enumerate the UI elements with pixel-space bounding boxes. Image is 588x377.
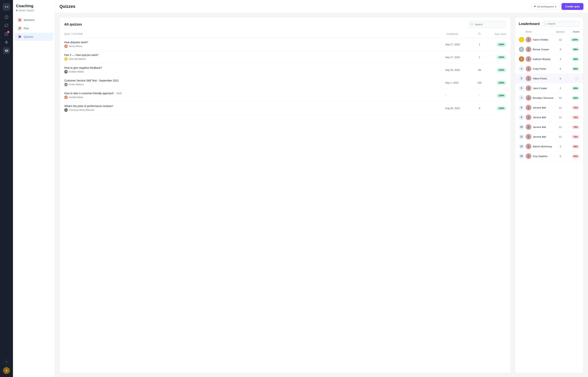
published-date: - — [445, 94, 472, 97]
quizzes-panel-header: All quizzes — [60, 17, 511, 28]
lb-quizzes: 2 — [555, 87, 566, 90]
score-col: 100% — [487, 81, 506, 84]
list-item[interactable]: 9 Jerome Bell 11 78% — [515, 113, 583, 122]
lb-avatar — [526, 95, 531, 101]
quiz-info: How disputes work? JW Jenny Wilson — [64, 41, 445, 48]
col-avg-score: Avg. score — [487, 33, 506, 35]
table-row[interactable]: How disputes work? JW Jenny Wilson Sep 1… — [60, 38, 511, 51]
list-item[interactable]: 5 Albert Flores 6 ··· — [515, 74, 583, 83]
nav-item-pins[interactable]: 📌 Pins — [14, 24, 53, 32]
table-row[interactable]: What's the point of performance reviews?… — [60, 102, 511, 115]
pins-icon: 📌 — [18, 26, 22, 30]
page-title: Quizzes — [60, 4, 75, 9]
lb-name: Kathryn Murphy — [533, 58, 555, 60]
svg-line-6 — [546, 24, 547, 24]
published-date: Sep 20, 2022 — [445, 69, 472, 71]
lb-quizzes: 11 — [555, 116, 566, 119]
table-row[interactable]: Part 2 — How quizzes work? JB John Bill … — [60, 51, 511, 64]
user-avatar[interactable]: S — [3, 367, 10, 374]
list-item[interactable]: 8 Jerome Bell 11 78% — [515, 103, 583, 113]
svg-point-12 — [528, 87, 529, 88]
list-item[interactable]: 7 Brooklyn Simmons 12 82% — [515, 93, 583, 103]
nav-label-pins: Pins — [24, 27, 29, 30]
nav-label-sessions: Sessions — [24, 18, 35, 22]
lb-score-badge: 78% — [572, 125, 579, 129]
quizzes-search-box[interactable] — [468, 21, 506, 28]
participants-count: 1 — [472, 43, 487, 46]
lb-name: Aaron Howles — [533, 38, 555, 41]
author-name: Courtney Henry Effenson — [69, 109, 95, 111]
svg-point-18 — [528, 145, 529, 146]
sidebar-icon-lightning[interactable] — [3, 39, 10, 46]
rank-badge: 9 — [519, 115, 524, 120]
rank-badge: 7 — [519, 95, 524, 101]
col-published: ↓ Published — [445, 33, 472, 35]
flag-icon: ⚑ — [534, 5, 536, 8]
list-item[interactable]: 1 Aaron Howles 12 100% — [515, 35, 583, 45]
score-badge: 100% — [497, 68, 506, 72]
list-item[interactable]: 12 Marvin McKinney 2 48% — [515, 142, 583, 151]
sort-icon: ↓ — [445, 33, 446, 35]
published-date: Aug 30, 2022 — [445, 107, 472, 110]
published-date: Sep 17, 2022 — [445, 56, 472, 59]
rank-badge: 6 — [519, 85, 524, 91]
lb-score: 78% — [566, 135, 579, 138]
workspace-selector[interactable]: ⚑ All workspaces ▾ — [531, 3, 559, 10]
lb-quizzes: 9 — [555, 48, 566, 51]
leaderboard-search-box[interactable] — [543, 21, 579, 27]
rank-badge: 11 — [519, 134, 524, 139]
leaderboard-table-header: Name Quizzes ↓ Score — [515, 29, 583, 35]
create-quiz-button[interactable]: Create quiz — [562, 3, 583, 10]
sidebar-icon-chat[interactable] — [3, 22, 10, 29]
sidebar-icon-graduation[interactable] — [3, 47, 10, 54]
list-item[interactable]: 19 Guy Hawkins 5 40% — [515, 151, 583, 161]
sidebar-icon-tasks[interactable]: 8 — [3, 30, 10, 37]
lb-quizzes: 6 — [555, 77, 566, 80]
lb-quizzes: 11 — [555, 126, 566, 129]
score-col: 100% — [487, 94, 506, 97]
svg-point-7 — [528, 38, 529, 40]
lb-score: 40% — [566, 154, 579, 158]
score-badge: 100% — [497, 42, 506, 47]
quizzes-search-input[interactable] — [475, 23, 504, 26]
lb-score-badge: 98% — [572, 47, 579, 51]
table-row[interactable]: How to take a customer-friendly approach… — [60, 89, 511, 102]
svg-point-5 — [545, 23, 546, 24]
list-item[interactable]: 11 Jerome Bell 11 78% — [515, 132, 583, 142]
nav-item-quizzes[interactable]: 🎓 Quizzes — [14, 33, 53, 41]
lb-score: 78% — [566, 116, 579, 119]
table-row[interactable]: Customer Service Skill Test - September … — [60, 76, 511, 89]
rank-badge: 10 — [519, 124, 524, 130]
svg-point-11 — [528, 77, 529, 78]
author-avatar: CH — [64, 108, 68, 112]
nav-item-sessions[interactable]: 🎯 Sessions — [14, 16, 53, 24]
sidebar-icon-help[interactable]: ? — [3, 359, 10, 365]
list-item[interactable]: 3 Kathryn Murphy 3 96% — [515, 54, 583, 64]
leaderboard-header: Leaderboard — [515, 17, 583, 27]
leaderboard-search-input[interactable] — [548, 23, 577, 25]
leaderboard-body: 1 Aaron Howles 12 100% 2 Bessie Cooper 9… — [515, 35, 583, 373]
author-name: John Bill Ballmer — [69, 58, 86, 60]
app-logo[interactable]: 👓 — [3, 3, 10, 11]
svg-point-19 — [528, 155, 529, 156]
author-name: Andrew Willem — [69, 71, 84, 73]
quiz-title: How to give negative feedback? — [64, 66, 445, 69]
sidebar-icon-clock[interactable] — [3, 14, 10, 21]
quiz-title: How disputes work? — [64, 41, 445, 44]
left-panel: Coaching Silvio's Space 🎯 Sessions 📌 Pin… — [13, 0, 55, 377]
table-row[interactable]: How to give negative feedback? AW Andrew… — [60, 64, 511, 76]
lb-name: Cody Fisher — [533, 67, 555, 70]
list-item[interactable]: 10 Jerome Bell 11 78% — [515, 122, 583, 132]
score-col: 100% — [487, 55, 506, 59]
app-title: Coaching — [13, 4, 55, 9]
quiz-title: Customer Service Skill Test - September … — [64, 79, 445, 82]
more-options-button[interactable]: ··· — [574, 76, 579, 81]
space-status-dot — [16, 10, 18, 11]
lb-name: Jane Cooper — [533, 87, 555, 90]
list-item[interactable]: 2 Bessie Cooper 9 98% — [515, 45, 583, 54]
lb-quizzes: 11 — [555, 135, 566, 138]
published-date: Sep 1, 2022 — [445, 81, 472, 84]
list-item[interactable]: 4 Cody Fisher 8 96% — [515, 64, 583, 74]
list-item[interactable]: 6 Jane Cooper 2 86% — [515, 83, 583, 93]
lb-col-score: ↓ Score — [566, 30, 579, 33]
